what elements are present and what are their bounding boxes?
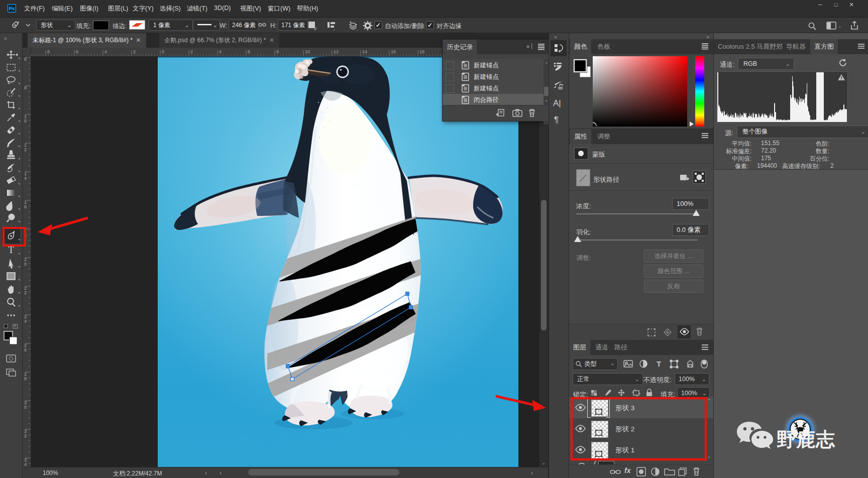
svg-text:0: 0 [24, 405, 27, 410]
svg-text:8: 8 [47, 49, 50, 54]
svg-text:6: 6 [248, 49, 250, 54]
svg-text:0: 0 [24, 262, 27, 267]
svg-text:10: 10 [305, 49, 310, 54]
svg-text:4: 4 [24, 319, 27, 324]
svg-text:6: 6 [24, 204, 27, 209]
svg-text:2: 2 [24, 290, 27, 295]
svg-text:18: 18 [419, 49, 424, 54]
svg-text:4: 4 [24, 176, 27, 181]
svg-text:8: 8 [24, 376, 27, 381]
svg-text:8: 8 [24, 85, 27, 90]
svg-text:6: 6 [24, 347, 27, 352]
svg-text:2: 2 [133, 49, 136, 54]
svg-text:2: 2 [24, 147, 27, 152]
svg-text:12: 12 [334, 49, 339, 54]
svg-text:2: 2 [190, 49, 193, 54]
svg-text:0: 0 [162, 49, 164, 54]
svg-text:4: 4 [104, 49, 107, 54]
svg-text:8: 8 [276, 49, 279, 54]
svg-text:16: 16 [391, 49, 396, 54]
svg-text:6: 6 [76, 49, 78, 54]
svg-text:2: 2 [24, 433, 27, 438]
svg-text:8: 8 [24, 233, 27, 238]
svg-text:T: T [657, 360, 661, 368]
svg-text:6: 6 [24, 57, 27, 62]
svg-text:4: 4 [219, 49, 222, 54]
svg-text:14: 14 [362, 49, 367, 54]
svg-text:0: 0 [24, 118, 27, 124]
svg-text:4: 4 [24, 462, 27, 467]
svg-text:T: T [8, 245, 14, 255]
